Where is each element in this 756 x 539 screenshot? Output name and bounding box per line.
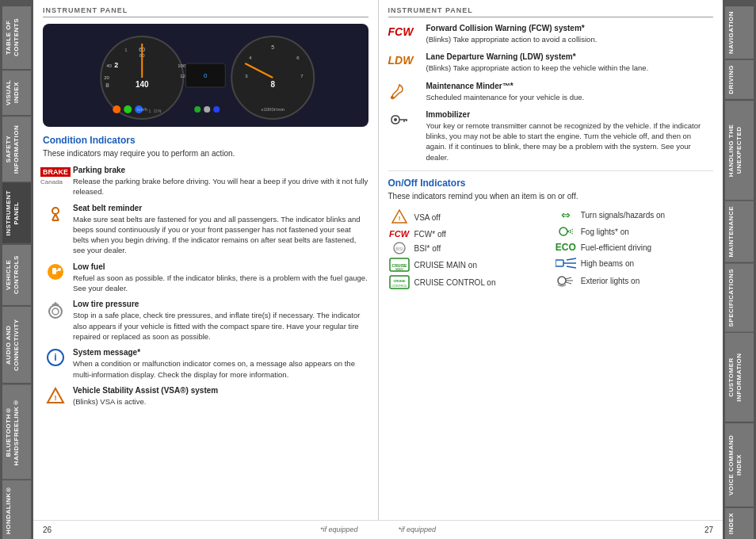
eco-icon: ECO [555,242,577,253]
svg-text:N: N [158,109,161,113]
system-message-desc: When a condition or malfunction indicato… [73,358,368,380]
exterior-lights-label: Exterior lights on [581,277,640,285]
svg-text:2: 2 [114,61,118,69]
cruise-main-icon: CRUISE MAIN [388,258,410,272]
dashboard-svg: 60 80 100 120 40 20 5 6 7 4 3 0 [43,24,368,127]
parking-brake-title: Parking brake [73,166,368,174]
sidebar-item-hondalink[interactable]: HONDALINK® [2,480,31,539]
eco-text: ECO [556,242,576,253]
dashboard-image: 60 80 100 120 40 20 5 6 7 4 3 0 [43,24,368,127]
fcw-icon: FCW [388,24,420,38]
sidebar-item-customer-information[interactable]: CUSTOMER INFORMATION [725,333,754,422]
svg-text:100: 100 [178,63,186,68]
cruise-control-label: CRUISE CONTROL on [414,278,496,287]
fog-lights-icon [555,224,577,239]
fuel-icon [43,262,68,281]
sidebar-item-safety-information[interactable]: SAFETY INFORMATION [2,117,31,182]
bsi-svg: BSI [391,242,408,254]
brake-label: BRAKE [40,167,71,177]
svg-line-35 [52,214,55,220]
svg-text:i: i [54,352,56,363]
high-beams-icon [555,256,577,270]
vsa-icon: ! [43,386,68,406]
svg-point-42 [49,305,62,318]
divider [388,170,714,171]
immobilizer-desc: Your key or remote transmitter cannot be… [426,120,714,162]
svg-point-31 [194,106,200,113]
main-content: INSTRUMENT PANEL 60 80 100 120 40 20 [33,0,723,539]
sidebar-item-audio-connectivity[interactable]: AUDIO AND CONNECTIVITY [2,307,31,383]
condition-indicators-title: Condition Indicators [43,135,368,146]
sidebar-item-instrument-panel[interactable]: INSTRUMENT PANEL [2,183,31,243]
high-beams-item: High beams on [555,254,713,272]
cruise-main-svg: CRUISE MAIN [389,258,410,272]
page-right: INSTRUMENT PANEL FCW Forward Collision W… [379,0,724,520]
vsa-item: ! Vehicle Stability Assist (VSA®) system… [43,386,368,407]
svg-line-36 [55,214,59,220]
footer-note-left: *if equipped [320,526,358,534]
ldw-desc: (Blinks) Take appropriate action to keep… [426,63,714,73]
sidebar-item-vehicle-controls[interactable]: VEHICLE CONTROLS [2,245,31,305]
sidebar-item-voice-command[interactable]: VOICE COMMAND INDEX [725,423,754,507]
info-icon: i [43,348,68,366]
sidebar-item-index[interactable]: INDEX [725,508,754,539]
parking-brake-icon: BRAKE Canada [43,166,68,185]
wrench-svg [388,83,407,102]
sidebar-item-table-contents[interactable]: TABLE OF CONTENTS [2,6,31,69]
tire-pressure-item: Low tire pressure Stop in a safe place, … [43,300,368,342]
svg-text:20: 20 [104,75,109,80]
sidebar-item-specifications[interactable]: SPECIFICATIONS [725,264,754,332]
svg-point-43 [52,308,59,315]
svg-point-32 [204,106,210,113]
immobilizer-title: Immobilizer [426,110,714,119]
sidebar-item-bluetooth[interactable]: BLUETOOTH® HANDSFREELINK® [2,384,31,479]
maintenance-minder-desc: Scheduled maintenance for your vehicle i… [426,92,714,102]
fcw-off-icon: FCW [388,229,410,239]
svg-point-33 [213,106,220,113]
svg-text:8: 8 [270,80,275,89]
vsa-off-icon: ! [388,208,410,226]
seatbelt-icon [43,204,68,224]
low-fuel-item: Low fuel Refuel as soon as possible. If … [43,262,368,294]
page-number-right: 27 [704,526,713,534]
tire-content: Low tire pressure Stop in a safe place, … [73,300,368,342]
key-icon [388,110,420,128]
fog-lights-item: Fog lights* on [555,223,713,240]
svg-text:40: 40 [106,63,112,68]
parking-brake-desc: Release the parking brake before driving… [73,176,368,197]
vsa-off-item: ! VSA off [388,207,547,227]
high-beams-svg [556,256,576,270]
sidebar-item-handling-unexpected[interactable]: HANDLING THE UNEXPECTED [725,101,754,200]
svg-text:CONTROL: CONTROL [391,284,407,288]
sidebar-item-maintenance[interactable]: MAINTENANCE [725,201,754,262]
vsa-content: Vehicle Stability Assist (VSA®) system (… [73,386,368,407]
fuel-title: Low fuel [73,262,368,271]
exterior-lights-icon [555,273,577,288]
vsa-svg: ! [46,387,65,406]
svg-text:!: ! [398,215,400,222]
svg-point-48 [391,96,394,99]
on-off-title: On/Off Indicators [388,178,714,189]
svg-point-41 [58,268,61,271]
svg-text:0: 0 [204,72,208,79]
svg-point-34 [52,208,59,214]
fog-lights-label: Fog lights* on [581,227,629,236]
system-message-title: System message* [73,348,368,357]
system-message-item: i System message* When a condition or ma… [43,348,368,380]
on-off-intro: These indicators remind you when an item… [388,192,714,201]
sidebar-item-navigation[interactable]: NAVIGATION [725,6,754,59]
seatbelt-svg [46,205,65,224]
ldw-item: LDW Lane Departure Warning (LDW) system*… [388,52,714,73]
immobilizer-content: Immobilizer Your key or remote transmitt… [426,110,714,162]
bsi-off-item: BSI BSI* off [388,240,547,256]
page-number-left: 26 [43,526,52,534]
vsa-desc: (Blinks) VSA is active. [73,396,368,407]
fcw-label: FCW [388,25,414,38]
sidebar-item-visual-index[interactable]: VISUAL INDEX [2,71,31,115]
sidebar-item-driving[interactable]: DRIVING [725,60,754,99]
tire-title: Low tire pressure [73,300,368,308]
svg-rect-39 [52,268,56,274]
bsi-off-label: BSI* off [414,244,441,253]
svg-line-70 [567,266,576,268]
vsa-off-label: VSA off [414,213,441,222]
